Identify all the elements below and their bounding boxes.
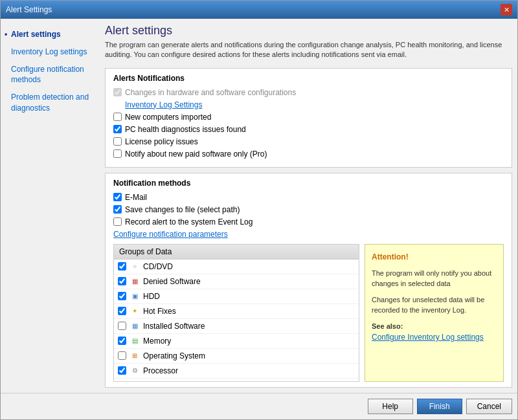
inventory-log-link-row: Inventory Log Settings [125,100,504,109]
bottom-section: Groups of Data ○CD/DVD▦Denied Software▣H… [113,244,504,382]
hw-sw-changes-row: Changes in hardware and software configu… [113,88,504,97]
save-file-label: Save changes to file (select path) [125,205,240,214]
license-policy-label: License policy issues [125,137,198,146]
attention-title: Attention! [372,251,497,263]
event-log-checkbox[interactable] [113,217,122,226]
email-row: E-Mail [113,193,504,202]
page-header: Alert settings The program can generate … [105,24,512,63]
group-label-operating-system: Operating System [143,351,205,360]
groups-panel: Groups of Data ○CD/DVD▦Denied Software▣H… [113,244,359,382]
email-checkbox[interactable] [113,193,122,201]
content-area: Alert settings Inventory Log settings Co… [1,19,517,393]
processor-icon: ⚙ [130,366,140,376]
paid-software-label: Notify about new paid software only (Pro… [125,149,267,159]
title-bar: Alert Settings ✕ [1,1,517,19]
group-label-denied-software: Denied Software [143,277,201,286]
sidebar-item-alert-settings[interactable]: Alert settings [6,27,100,43]
main-window: Alert Settings ✕ Alert settings Inventor… [0,0,518,420]
group-checkbox-processor[interactable] [118,366,126,375]
help-button[interactable]: Help [368,399,413,414]
attention-box: Attention! The program will only notify … [365,244,504,382]
group-label-installed-software: Installed Software [143,322,205,331]
cancel-button[interactable]: Cancel [466,399,512,414]
inventory-log-link[interactable]: Inventory Log Settings [125,100,202,109]
see-also-label: See also: [372,321,497,332]
alerts-notifications-section: Alerts Notifications Changes in hardware… [105,68,512,168]
sidebar-item-configure-notification[interactable]: Configure notification methods [6,61,100,89]
notification-methods-title: Notification methods [113,179,504,188]
group-checkbox-memory[interactable] [118,337,126,345]
group-checkbox-hdd[interactable] [118,292,126,300]
paid-software-row: Notify about new paid software only (Pro… [113,149,504,159]
cd-icon: ○ [130,261,140,272]
finish-button[interactable]: Finish [417,399,462,414]
window-title: Alert Settings [6,5,52,14]
group-checkbox-cd-dvd[interactable] [118,262,126,271]
page-description: The program can generate alerts and noti… [105,40,512,60]
group-label-processor: Processor [143,366,178,375]
attention-text1: The program will only notify you about c… [372,268,497,289]
group-item-memory: ▤Memory [114,334,359,349]
email-label: E-Mail [125,193,147,202]
license-policy-checkbox[interactable] [113,137,122,146]
pc-health-label: PC health diagnostics issues found [125,125,246,134]
save-file-checkbox[interactable] [113,205,122,214]
hdd-icon: ▣ [130,291,140,302]
group-item-hot-fixes: ✦Hot Fixes [114,304,359,319]
sidebar: Alert settings Inventory Log settings Co… [6,24,100,388]
paid-software-checkbox[interactable] [113,149,122,158]
software-icon: ▦ [130,321,140,331]
group-label-hot-fixes: Hot Fixes [143,307,176,316]
hw-sw-changes-label: Changes in hardware and software configu… [125,88,296,97]
group-item-denied-software: ▦Denied Software [114,274,359,289]
group-label-hdd: HDD [143,292,160,301]
groups-header: Groups of Data [114,245,359,260]
os-icon: ⊞ [130,351,140,361]
group-label-cd-dvd: CD/DVD [143,262,173,271]
configure-link-row: Configure notification parameters [113,230,504,239]
group-checkbox-hot-fixes[interactable] [118,307,126,315]
sidebar-item-problem-detection[interactable]: Problem detection and diagnostics [6,89,100,116]
group-item-processor: ⚙Processor [114,364,359,379]
event-log-label: Record alert to the system Event Log [125,217,253,227]
main-panel: Alert settings The program can generate … [105,24,512,388]
groups-title: Groups of Data [119,247,172,256]
group-item-shares: ▷Shares [114,379,359,381]
new-computers-checkbox[interactable] [113,113,122,121]
group-checkbox-operating-system[interactable] [118,351,126,360]
memory-icon: ▤ [130,336,140,346]
pc-health-checkbox[interactable] [113,125,122,133]
sidebar-item-inventory-log[interactable]: Inventory Log settings [6,44,100,60]
group-label-memory: Memory [143,337,171,346]
pc-health-row: PC health diagnostics issues found [113,125,504,134]
attention-text2: Changes for unselected data will be reco… [372,294,497,316]
groups-list[interactable]: ○CD/DVD▦Denied Software▣HDD✦Hot Fixes▦In… [114,260,359,381]
new-computers-label: New computers imported [125,113,211,122]
notification-methods-section: Notification methods E-Mail Save changes… [105,173,512,388]
new-computers-row: New computers imported [113,113,504,122]
group-checkbox-installed-software[interactable] [118,322,126,330]
configure-inventory-link[interactable]: Configure Inventory Log settings [372,333,484,342]
event-log-row: Record alert to the system Event Log [113,217,504,227]
group-item-hdd: ▣HDD [114,289,359,304]
group-item-installed-software: ▦Installed Software [114,319,359,334]
save-file-row: Save changes to file (select path) [113,205,504,214]
group-item-operating-system: ⊞Operating System [114,349,359,364]
hotfix-icon: ✦ [130,306,140,316]
footer: Help Finish Cancel [1,393,517,419]
denied-icon: ▦ [130,276,140,287]
group-checkbox-denied-software[interactable] [118,277,126,285]
license-policy-row: License policy issues [113,137,504,146]
shares-icon: ▷ [130,381,140,381]
group-item-cd-dvd: ○CD/DVD [114,260,359,274]
hw-sw-changes-checkbox[interactable] [113,88,122,96]
close-button[interactable]: ✕ [501,4,512,16]
configure-notification-link[interactable]: Configure notification parameters [113,230,228,239]
alerts-notifications-title: Alerts Notifications [113,74,504,83]
page-title: Alert settings [105,24,512,38]
